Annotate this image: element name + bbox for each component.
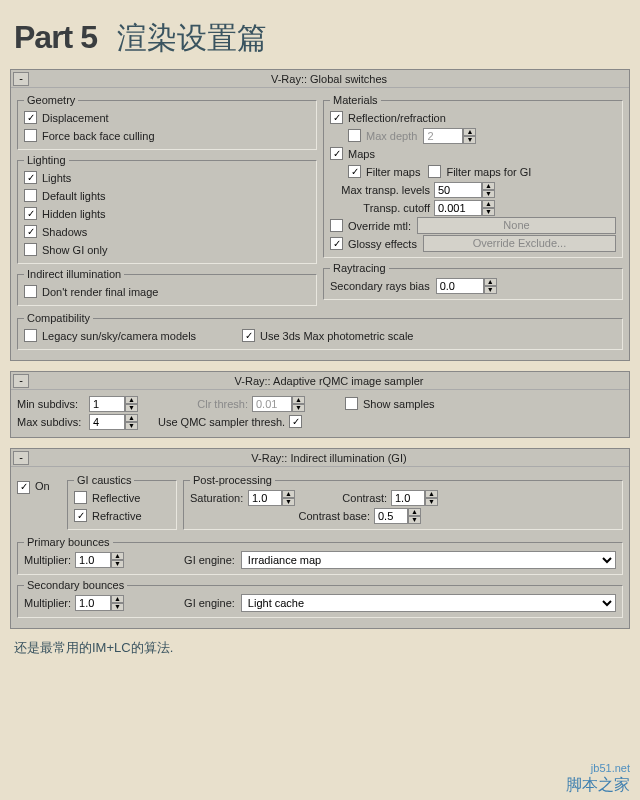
checkbox-force-back[interactable] <box>24 129 37 142</box>
input-clr-thresh[interactable] <box>252 396 292 412</box>
label-min-subdivs: Min subdivs: <box>17 398 89 410</box>
checkbox-reflective[interactable] <box>74 491 87 504</box>
checkbox-refractive[interactable] <box>74 509 87 522</box>
legend-materials: Materials <box>330 94 381 106</box>
page-title: 渲染设置篇 <box>117 18 267 59</box>
checkbox-max-depth[interactable] <box>348 129 361 142</box>
rollout-collapse-button[interactable]: - <box>13 451 29 465</box>
spinner-up-icon[interactable]: ▲ <box>482 182 495 190</box>
input-primary-mult[interactable] <box>75 552 111 568</box>
label-dont-render: Don't render final image <box>42 286 158 298</box>
spinner-up-icon[interactable]: ▲ <box>111 552 124 560</box>
spinner-up-icon[interactable]: ▲ <box>408 508 421 516</box>
input-saturation[interactable] <box>248 490 282 506</box>
spinner-up-icon[interactable]: ▲ <box>425 490 438 498</box>
label-contrast: Contrast: <box>315 492 387 504</box>
input-contrast[interactable] <box>391 490 425 506</box>
label-secondary-engine: GI engine: <box>184 597 235 609</box>
select-secondary-engine[interactable]: Light cache <box>241 594 616 612</box>
label-contrast-base: Contrast base: <box>298 510 370 522</box>
spinner-down-icon[interactable]: ▼ <box>463 136 476 144</box>
checkbox-glossy[interactable] <box>330 237 343 250</box>
rollout-collapse-button[interactable]: - <box>13 374 29 388</box>
input-transp-cut[interactable] <box>434 200 482 216</box>
checkbox-lights[interactable] <box>24 171 37 184</box>
checkbox-default-lights[interactable] <box>24 189 37 202</box>
spinner-down-icon[interactable]: ▼ <box>292 404 305 412</box>
checkbox-filter-maps[interactable] <box>348 165 361 178</box>
group-gi-caustics: GI caustics Reflective Refractive <box>67 474 177 530</box>
checkbox-show-gi[interactable] <box>24 243 37 256</box>
checkbox-override-mtl[interactable] <box>330 219 343 232</box>
checkbox-gi-on[interactable] <box>17 481 30 494</box>
legend-caustics: GI caustics <box>74 474 134 486</box>
input-max-depth[interactable] <box>423 128 463 144</box>
checkbox-displacement[interactable] <box>24 111 37 124</box>
checkbox-show-samples[interactable] <box>345 397 358 410</box>
label-filter-gi: Filter maps for GI <box>446 166 531 178</box>
spinner-up-icon[interactable]: ▲ <box>484 278 497 286</box>
label-reflective: Reflective <box>92 492 140 504</box>
label-primary-mult: Multiplier: <box>24 554 71 566</box>
checkbox-refl-refr[interactable] <box>330 111 343 124</box>
rollout-title: V-Ray:: Indirect illumination (GI) <box>29 452 629 464</box>
group-indirect: Indirect illumination Don't render final… <box>17 268 317 306</box>
spinner-down-icon[interactable]: ▼ <box>282 498 295 506</box>
label-max-transp: Max transp. levels <box>330 184 430 196</box>
label-photometric: Use 3ds Max photometric scale <box>260 330 413 342</box>
spinner-up-icon[interactable]: ▲ <box>282 490 295 498</box>
input-sec-rays[interactable] <box>436 278 484 294</box>
input-max-transp[interactable] <box>434 182 482 198</box>
legend-lighting: Lighting <box>24 154 69 166</box>
spinner-down-icon[interactable]: ▼ <box>125 404 138 412</box>
label-maps: Maps <box>348 148 375 160</box>
checkbox-dont-render[interactable] <box>24 285 37 298</box>
spinner-up-icon[interactable]: ▲ <box>292 396 305 404</box>
label-refl-refr: Reflection/refraction <box>348 112 446 124</box>
label-max-depth: Max depth <box>366 130 417 142</box>
checkbox-use-qmc[interactable] <box>289 415 302 428</box>
spinner-down-icon[interactable]: ▼ <box>408 516 421 524</box>
label-hidden-lights: Hidden lights <box>42 208 106 220</box>
part-label: Part 5 <box>14 19 97 56</box>
checkbox-legacy[interactable] <box>24 329 37 342</box>
label-override-mtl: Override mtl: <box>348 220 411 232</box>
input-contrast-base[interactable] <box>374 508 408 524</box>
label-use-qmc: Use QMC sampler thresh. <box>158 416 285 428</box>
spinner-down-icon[interactable]: ▼ <box>111 603 124 611</box>
label-secondary-mult: Multiplier: <box>24 597 71 609</box>
select-primary-engine[interactable]: Irradiance map <box>241 551 616 569</box>
legend-geometry: Geometry <box>24 94 78 106</box>
label-gi-on: On <box>35 480 50 492</box>
label-lights: Lights <box>42 172 71 184</box>
spinner-up-icon[interactable]: ▲ <box>125 396 138 404</box>
rollout-collapse-button[interactable]: - <box>13 72 29 86</box>
spinner-down-icon[interactable]: ▼ <box>484 286 497 294</box>
label-saturation: Saturation: <box>190 492 248 504</box>
checkbox-shadows[interactable] <box>24 225 37 238</box>
spinner-down-icon[interactable]: ▼ <box>482 190 495 198</box>
checkbox-hidden-lights[interactable] <box>24 207 37 220</box>
checkbox-filter-gi[interactable] <box>428 165 441 178</box>
input-secondary-mult[interactable] <box>75 595 111 611</box>
spinner-down-icon[interactable]: ▼ <box>125 422 138 430</box>
button-override-exclude[interactable]: Override Exclude... <box>423 235 616 252</box>
checkbox-photometric[interactable] <box>242 329 255 342</box>
label-default-lights: Default lights <box>42 190 106 202</box>
input-max-subdivs[interactable] <box>89 414 125 430</box>
input-min-subdivs[interactable] <box>89 396 125 412</box>
spinner-up-icon[interactable]: ▲ <box>463 128 476 136</box>
spinner-down-icon[interactable]: ▼ <box>482 208 495 216</box>
spinner-down-icon[interactable]: ▼ <box>425 498 438 506</box>
button-override-none[interactable]: None <box>417 217 616 234</box>
label-force-back: Force back face culling <box>42 130 155 142</box>
group-geometry: Geometry Displacement Force back face cu… <box>17 94 317 150</box>
spinner-up-icon[interactable]: ▲ <box>111 595 124 603</box>
spinner-down-icon[interactable]: ▼ <box>111 560 124 568</box>
spinner-up-icon[interactable]: ▲ <box>125 414 138 422</box>
label-clr-thresh: Clr thresh: <box>188 398 248 410</box>
spinner-up-icon[interactable]: ▲ <box>482 200 495 208</box>
legend-indirect: Indirect illumination <box>24 268 124 280</box>
label-sec-rays: Secondary rays bias <box>330 280 430 292</box>
checkbox-maps[interactable] <box>330 147 343 160</box>
